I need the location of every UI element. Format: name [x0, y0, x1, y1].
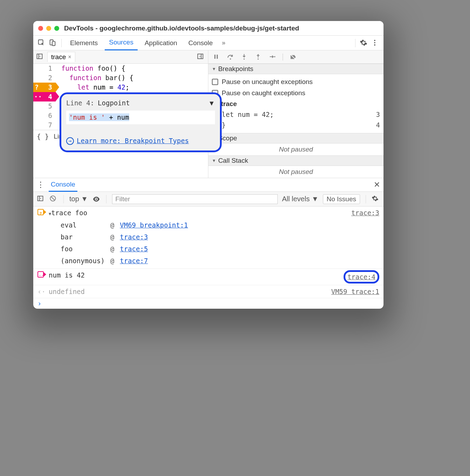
arrow-right-circle-icon: → [66, 137, 74, 145]
source-link[interactable]: trace:5 [120, 245, 148, 253]
live-expression-icon[interactable] [92, 195, 101, 203]
line-number[interactable]: 2 [33, 73, 56, 83]
breakpoint-line: 3 [376, 111, 380, 118]
code-editor[interactable]: 1 2 3 4 5 6 7 function foo() { function … [33, 64, 208, 130]
breakpoint-code: let num = 42; [222, 111, 274, 118]
checkbox-label: Pause on caught exceptions [222, 89, 305, 97]
zoom-window-button[interactable] [54, 26, 59, 31]
close-icon[interactable]: ✕ [374, 180, 380, 189]
console-logpoint-row[interactable]: num is 42 trace:4 [33, 269, 383, 285]
devtools-window: DevTools - googlechrome.github.io/devtoo… [33, 21, 383, 309]
breakpoints-section: Pause on uncaught exceptions Pause on ca… [208, 74, 383, 133]
window-title: DevTools - googlechrome.github.io/devtoo… [64, 24, 299, 32]
separator [61, 39, 62, 47]
line-number[interactable]: 6 [33, 111, 56, 120]
console-trace-row[interactable]: ▼trace foo eval@VM69 breakpoint:1 bar@tr… [33, 206, 383, 269]
learn-more-text[interactable]: Learn more: Breakpoint Types [77, 136, 189, 146]
section-title: Breakpoints [218, 65, 253, 73]
section-breakpoints-header[interactable]: ▼ Breakpoints [208, 64, 383, 74]
separator [63, 195, 64, 203]
console-prompt[interactable]: › [33, 298, 383, 309]
stack-frame[interactable]: foo@trace:5 [61, 243, 193, 254]
step-into-icon[interactable] [241, 53, 248, 61]
source-link[interactable]: trace:4 [347, 273, 375, 281]
source-link[interactable]: trace:3 [351, 208, 379, 267]
breakpoint-item[interactable]: ✓ let num = 42; 3 [212, 109, 380, 120]
svg-rect-2 [52, 41, 55, 46]
kebab-menu-icon[interactable]: ⋮ [37, 180, 44, 189]
svg-point-3 [374, 40, 375, 41]
sidebar-toggle-icon[interactable] [37, 195, 45, 203]
source-link[interactable]: VM59 trace:1 [331, 287, 379, 296]
line-number[interactable]: 7 [33, 120, 56, 130]
pause-icon[interactable] [213, 53, 220, 61]
pause-uncaught-checkbox[interactable]: Pause on uncaught exceptions [212, 76, 380, 88]
logpoint-badge-icon [37, 271, 44, 278]
stack-frame[interactable]: eval@VM69 breakpoint:1 [61, 219, 193, 231]
breakpoint-file-name: trace [221, 100, 237, 108]
context-selector[interactable]: top ▼ [69, 195, 88, 203]
step-over-icon[interactable] [227, 53, 234, 61]
console-toolbar: top ▼ Filter All levels ▼ No Issues [33, 192, 383, 206]
section-scope-header[interactable]: ▼ Scope [208, 133, 383, 144]
breakpoint-line: 4 [376, 121, 380, 129]
breakpoint-file-group[interactable]: ◦ trace [212, 99, 380, 109]
pretty-print-button[interactable]: { } [37, 133, 49, 140]
logpoint-editor-popup: Line 4: Logpoint ▼ 'num is ' + num → Lea… [60, 92, 222, 152]
tab-sources[interactable]: Sources [105, 35, 138, 50]
step-out-icon[interactable] [255, 53, 262, 61]
logpoint-marker[interactable]: 4 [33, 92, 56, 102]
tab-elements[interactable]: Elements [66, 36, 102, 50]
scope-not-paused: Not paused [208, 144, 383, 155]
line-gutter[interactable]: 1 2 3 4 5 6 7 [33, 64, 58, 130]
tabs-overflow-button[interactable]: » [220, 39, 228, 47]
gear-icon[interactable] [372, 195, 380, 203]
device-toggle-icon[interactable] [49, 39, 57, 47]
console-return-row[interactable]: ‹· undefined VM59 trace:1 [33, 285, 383, 298]
deactivate-breakpoints-icon[interactable] [289, 53, 297, 61]
svg-point-16 [96, 198, 97, 200]
logpoint-suffix: + num [105, 113, 129, 121]
return-value: undefined [49, 287, 331, 296]
svg-rect-9 [217, 55, 218, 59]
breakpoint-code: } [222, 121, 226, 129]
conditional-breakpoint-badge-icon [37, 209, 44, 215]
learn-more-link[interactable]: → Learn more: Breakpoint Types [61, 135, 220, 148]
inspect-icon[interactable] [37, 39, 46, 47]
titlebar: DevTools - googlechrome.github.io/devtoo… [33, 21, 383, 36]
log-levels-selector[interactable]: All levels ▼ [282, 195, 318, 203]
tab-application[interactable]: Application [140, 36, 181, 50]
file-tab-trace[interactable]: trace × [47, 52, 75, 62]
source-link[interactable]: trace:7 [120, 257, 148, 265]
navigator-toggle-icon[interactable] [36, 53, 44, 61]
gear-icon[interactable] [360, 39, 368, 47]
svg-point-12 [257, 58, 258, 59]
log-message: num is 42 [49, 270, 344, 284]
line-number[interactable]: 1 [33, 64, 56, 73]
minimize-window-button[interactable] [46, 26, 51, 31]
close-icon[interactable]: × [68, 54, 71, 60]
source-link[interactable]: VM69 breakpoint:1 [120, 221, 188, 229]
breakpoint-type-select[interactable]: Logpoint ▼ [96, 98, 215, 108]
tab-console[interactable]: Console [184, 36, 217, 50]
filter-input[interactable]: Filter [112, 194, 278, 204]
step-icon[interactable] [269, 53, 276, 61]
kebab-menu-icon[interactable] [371, 39, 379, 47]
checkbox-label: Pause on uncaught exceptions [222, 78, 313, 86]
issues-button[interactable]: No Issues [323, 194, 360, 204]
conditional-breakpoint-marker[interactable]: 3 [33, 83, 56, 92]
separator [106, 195, 106, 203]
stack-frame[interactable]: bar@trace:3 [61, 231, 193, 243]
close-window-button[interactable] [38, 26, 43, 31]
pause-caught-checkbox[interactable]: Pause on caught exceptions [212, 88, 380, 99]
stack-frame[interactable]: (anonymous)@trace:7 [61, 255, 193, 266]
breakpoint-item[interactable]: ✓ } 4 [212, 120, 380, 130]
clear-console-icon[interactable] [49, 195, 58, 203]
logpoint-expression-input[interactable]: 'num is ' + num [66, 111, 215, 124]
svg-point-5 [374, 44, 375, 46]
line-number[interactable]: 5 [33, 102, 56, 111]
source-link[interactable]: trace:3 [120, 233, 148, 241]
snippets-toggle-icon[interactable] [197, 53, 205, 61]
section-callstack-header[interactable]: ▼ Call Stack [208, 155, 383, 166]
drawer-tab-console[interactable]: Console [49, 178, 77, 192]
